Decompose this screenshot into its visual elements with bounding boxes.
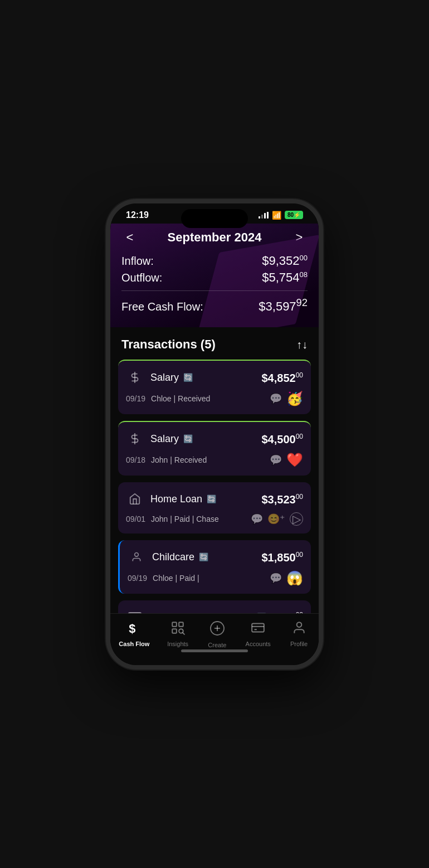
transaction-card[interactable]: Salary 🔄 $4,85200 09/19 Chloe | Received… — [118, 360, 311, 414]
signal-bar-3 — [264, 213, 266, 219]
svg-point-2 — [135, 553, 139, 557]
svg-rect-15 — [252, 623, 264, 632]
nav-items: $ Cash Flow — [110, 618, 319, 651]
card-actions: 💬 😱 — [270, 570, 303, 586]
card-top: Salary 🔄 $4,85200 — [126, 368, 303, 386]
card-left: Childcare 🔄 — [128, 548, 208, 566]
card-title: Home Loan — [150, 493, 202, 505]
card-title-row: Salary 🔄 — [150, 433, 193, 445]
cashflow-icon: $ — [127, 620, 142, 638]
accounts-icon — [251, 620, 265, 638]
card-left: Salary 🔄 — [126, 430, 193, 448]
card-title: Childcare — [152, 551, 194, 563]
signal-bar-4 — [267, 212, 269, 219]
reaction-emoji[interactable]: 🥳 — [286, 391, 303, 406]
svg-rect-9 — [172, 629, 177, 633]
next-month-button[interactable]: > — [291, 230, 308, 245]
nav-item-insights[interactable]: Insights — [161, 618, 194, 649]
arrow-icon[interactable]: ▷ — [290, 512, 303, 526]
insights-icon — [170, 620, 185, 638]
card-actions: 💬 😊⁺ ▷ — [251, 512, 303, 526]
card-bottom: 09/01 John | Paid | Chase 💬 😊⁺ ▷ — [126, 512, 303, 526]
inflow-row: Inflow: $9,35200 — [121, 254, 308, 268]
svg-rect-7 — [172, 622, 177, 627]
accounts-nav-label: Accounts — [246, 641, 271, 647]
comment-icon[interactable]: 💬 — [270, 572, 282, 584]
month-nav: < September 2024 > — [121, 224, 308, 254]
nav-item-profile[interactable]: Profile — [282, 618, 316, 649]
transaction-card[interactable]: Home Loan 🔄 $3,52300 09/01 John | Paid |… — [118, 482, 311, 534]
person-icon — [128, 548, 145, 566]
comment-icon[interactable]: 💬 — [270, 392, 282, 405]
month-year-title: September 2024 — [168, 230, 262, 245]
flow-stats: Inflow: $9,35200 Outflow: $5,75408 Free … — [121, 254, 308, 314]
card-amount: $1,85000 — [261, 551, 303, 564]
main-content: Transactions (5) ↑↓ Salary — [110, 327, 319, 613]
repeat-icon: 🔄 — [207, 494, 216, 503]
card-top: Salary 🔄 $4,50000 — [126, 430, 303, 448]
nav-item-accounts[interactable]: Accounts — [240, 618, 276, 649]
card-title-row: Chloe's Barclays Cre... 🔄 — [150, 612, 266, 613]
add-emoji-icon[interactable]: 😊⁺ — [267, 513, 285, 525]
free-cash-value: $3,59792 — [259, 297, 308, 314]
card-title: Salary — [150, 372, 179, 384]
card-date-sub: 09/18 John | Received — [126, 455, 207, 464]
nav-item-create[interactable]: Create — [201, 618, 234, 651]
home-icon — [126, 490, 144, 508]
svg-rect-8 — [179, 622, 183, 627]
card-bottom: 09/18 John | Received 💬 ❤️ — [126, 452, 303, 468]
card-top: Home Loan 🔄 $3,52300 — [126, 490, 303, 508]
card-bottom: 09/19 Chloe | Received 💬 🥳 — [126, 391, 303, 406]
card-actions: 💬 ❤️ — [270, 452, 303, 468]
home-bar — [181, 649, 248, 652]
card-amount: $3,52300 — [261, 493, 303, 506]
divider — [121, 290, 308, 291]
inflow-label: Inflow: — [121, 255, 154, 268]
dollar-icon — [126, 368, 144, 386]
profile-icon — [292, 620, 306, 638]
transactions-header: Transactions (5) ↑↓ — [110, 327, 319, 360]
battery-badge: 80⚡ — [285, 211, 303, 219]
card-title-row: Childcare 🔄 — [152, 551, 208, 563]
card-left: Home Loan 🔄 — [126, 490, 216, 508]
card-amount: $4,85200 — [261, 371, 303, 385]
card-bottom: 09/19 Chloe | Paid | 💬 😱 — [128, 570, 303, 586]
transaction-card[interactable]: Chloe's Barclays Cre... 🔄 $38108 09/19 C… — [118, 600, 311, 613]
inflow-value: $9,35200 — [262, 254, 308, 268]
comment-icon[interactable]: 💬 — [251, 513, 263, 525]
outflow-row: Outflow: $5,75408 — [121, 270, 308, 285]
cashflow-nav-label: Cash Flow — [119, 641, 149, 647]
reaction-emoji[interactable]: 😱 — [286, 570, 303, 586]
card-date: 09/18 — [126, 455, 145, 464]
card-title: Chloe's Barclays Cre... — [150, 612, 252, 613]
profile-nav-label: Profile — [290, 641, 308, 647]
outflow-label: Outflow: — [121, 271, 162, 284]
create-nav-label: Create — [208, 642, 226, 648]
comment-icon[interactable]: 💬 — [270, 454, 282, 466]
card-sub: Chloe | Paid | — [153, 574, 199, 583]
transaction-card[interactable]: Childcare 🔄 $1,85000 09/19 Chloe | Paid … — [118, 540, 311, 594]
nav-item-cashflow[interactable]: $ Cash Flow — [113, 618, 155, 649]
insights-nav-label: Insights — [167, 641, 188, 647]
status-icons: 📶 80⚡ — [259, 211, 303, 220]
sort-button[interactable]: ↑↓ — [296, 338, 308, 351]
signal-bars-icon — [259, 212, 269, 219]
status-time: 12:19 — [126, 210, 149, 220]
card-date: 09/19 — [128, 574, 147, 583]
svg-text:$: $ — [129, 621, 135, 634]
reaction-emoji[interactable]: ❤️ — [286, 452, 303, 468]
card-top: Childcare 🔄 $1,85000 — [128, 548, 303, 566]
create-icon — [209, 620, 225, 639]
prev-month-button[interactable]: < — [121, 230, 138, 245]
card-top: Chloe's Barclays Cre... 🔄 $38108 — [126, 608, 303, 613]
home-indicator — [110, 651, 319, 654]
card-title: Salary — [150, 433, 179, 445]
repeat-icon: 🔄 — [199, 552, 208, 561]
bottom-nav: $ Cash Flow — [110, 613, 319, 665]
card-title-row: Salary 🔄 — [150, 372, 193, 384]
phone-inner: 12:19 📶 80⚡ < September 2024 > — [110, 203, 319, 665]
transaction-card[interactable]: Salary 🔄 $4,50000 09/18 John | Received … — [118, 421, 311, 476]
outflow-value: $5,75408 — [262, 270, 308, 285]
card-sub: John | Paid | Chase — [151, 515, 219, 523]
dollar-icon — [126, 430, 144, 448]
